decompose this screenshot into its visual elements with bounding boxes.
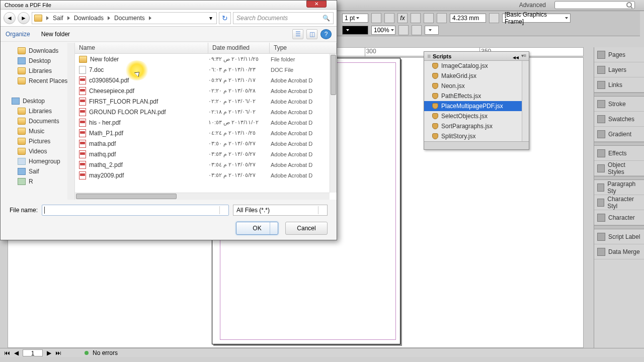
file-filter-dropdown[interactable]: All Files (*.*): [233, 205, 328, 216]
fx-button[interactable]: fx: [397, 13, 408, 23]
panel-minimize-icon[interactable]: ◂◂: [513, 54, 519, 61]
tree-item[interactable]: [1, 86, 74, 96]
file-row[interactable]: GROUND FLOOR PLAN.pdf٢٠١٣/٠٦/٠٢ م ٠٢:١٨A…: [75, 107, 330, 117]
dock-panel-character[interactable]: Character: [594, 210, 644, 225]
file-row[interactable]: Cheesepiece.pdf٢٠١٣/٠٥/٢٨ م ٠٢:٢٠Adobe A…: [75, 85, 330, 96]
object-style-dropdown[interactable]: [Basic Graphics Frame]: [502, 14, 571, 23]
ok-button[interactable]: OK: [236, 222, 278, 235]
file-row[interactable]: c03908504.pdf٢٠١٣/١٠/١٧ م ٠٥:٢٧Adobe Acr…: [75, 75, 330, 85]
tree-scrollbar[interactable]: [67, 43, 74, 200]
ctrl-btn-4[interactable]: [489, 13, 499, 23]
tree-item[interactable]: Pictures: [1, 136, 74, 146]
dock-panel-data-merge[interactable]: Data Merge: [594, 244, 644, 259]
scripts-scrollbar[interactable]: [522, 61, 529, 141]
tree-item[interactable]: Desktop: [1, 56, 74, 66]
tree-item[interactable]: Desktop: [1, 96, 74, 106]
refresh-button[interactable]: ↻: [219, 12, 231, 24]
tree-item[interactable]: Libraries: [1, 66, 74, 76]
tree-item[interactable]: Recent Places: [1, 76, 74, 86]
crumb-documents[interactable]: Documents: [112, 15, 147, 22]
file-list[interactable]: Name Date modified Type New folder٢٠١٣/١…: [75, 43, 337, 200]
file-row[interactable]: mathq_2.pdf٢٠١٣/٠٥/٢٧ م ٠٣:٥٤Adobe Acrob…: [75, 159, 330, 170]
ok-split-icon[interactable]: [270, 222, 278, 234]
tree-item[interactable]: Homegroup: [1, 156, 74, 166]
dock-panel-links[interactable]: Links: [594, 77, 644, 93]
dock-panel-character-styl[interactable]: Character Styl: [594, 195, 644, 210]
new-folder-button[interactable]: New folder: [41, 31, 70, 38]
line-style[interactable]: [425, 26, 439, 35]
dock-panel-swatches[interactable]: Swatches: [594, 112, 644, 127]
folder-tree[interactable]: DownloadsDesktopLibrariesRecent PlacesDe…: [1, 43, 75, 200]
page-number-field[interactable]: 1: [23, 349, 43, 356]
zoom-field[interactable]: 100%: [371, 26, 395, 35]
dock-panel-stroke[interactable]: Stroke: [594, 97, 644, 112]
tree-item[interactable]: Videos: [1, 146, 74, 156]
tree-item[interactable]: Libraries: [1, 106, 74, 116]
list-hscrollbar[interactable]: [75, 193, 330, 200]
file-row[interactable]: Math_P1.pdf٢٠١٣/١٠/٢٥ م ٠٤:٢٤Adobe Acrob…: [75, 128, 330, 138]
file-row[interactable]: FIRST_FLOOR PLAN.pdf٢٠١٣/٠٦/٠٢ م ٠٢:٢٠Ad…: [75, 96, 330, 107]
text-wrap-1[interactable]: [411, 13, 421, 23]
tree-item[interactable]: Downloads: [1, 46, 74, 56]
page-prev-icon[interactable]: ◀: [14, 349, 19, 356]
ctrl-btn-2[interactable]: [384, 13, 394, 23]
text-wrap-3[interactable]: [437, 13, 447, 23]
page-first-icon[interactable]: ⏮: [4, 349, 10, 356]
panel-menu-icon[interactable]: ▾≡: [521, 53, 527, 59]
filename-dropdown-icon[interactable]: [219, 206, 227, 214]
dock-panel-script-label[interactable]: Script Label: [594, 229, 644, 244]
nav-back-button[interactable]: ◄: [4, 12, 16, 24]
align-1[interactable]: [398, 25, 409, 35]
scripts-panel[interactable]: ≡ Scripts ◂◂ ▾≡ ImageCatalog.jsxMakeGrid…: [424, 51, 529, 150]
script-item[interactable]: SelectObjects.jsx: [424, 111, 529, 121]
breadcrumb-dropdown-icon[interactable]: ▾: [207, 15, 214, 22]
dock-panel-layers[interactable]: Layers: [594, 62, 644, 77]
help-button[interactable]: ?: [320, 29, 332, 39]
script-item[interactable]: MakeGrid.jsx: [424, 71, 529, 81]
dock-panel-object-styles[interactable]: Object Styles: [594, 161, 644, 176]
script-item[interactable]: PathEffects.jsx: [424, 91, 529, 101]
dock-panel-effects[interactable]: Effects: [594, 146, 644, 161]
script-item[interactable]: PlaceMultipagePDF.jsx: [424, 101, 529, 111]
file-row[interactable]: his - her.pdf٢٠١٣/١١/٠٢ ص ١٠:٥٣Adobe Acr…: [75, 117, 330, 128]
col-type-header[interactable]: Type: [270, 43, 337, 53]
tree-item[interactable]: Documents: [1, 116, 74, 126]
measure-field[interactable]: 4.233 mm: [450, 14, 486, 23]
nav-forward-button[interactable]: ►: [18, 12, 30, 24]
cancel-button[interactable]: Cancel: [285, 222, 328, 235]
app-search-input[interactable]: [554, 1, 635, 9]
view-mode-button[interactable]: ☰: [292, 29, 303, 39]
align-2[interactable]: [412, 25, 422, 35]
crumb-downloads[interactable]: Downloads: [72, 15, 106, 22]
script-item[interactable]: SortParagraphs.jsx: [424, 121, 529, 131]
col-name-header[interactable]: Name: [75, 43, 208, 53]
script-item[interactable]: SplitStory.jsx: [424, 131, 529, 141]
breadcrumb[interactable]: Saif Downloads Documents ▾: [32, 12, 217, 24]
script-item[interactable]: Neon.jsx: [424, 81, 529, 91]
file-row[interactable]: New folder٢٠١٣/١١/٢٥ ص ٠٩:٣٢File folder: [75, 54, 330, 64]
col-date-header[interactable]: Date modified: [208, 43, 270, 53]
preflight-status[interactable]: No errors: [93, 349, 118, 356]
filename-input[interactable]: [42, 205, 229, 216]
file-row[interactable]: mathq.pdf٢٠١٣/٠٥/٢٧ م ٠٣:٥٣Adobe Acrobat…: [75, 149, 330, 159]
file-row[interactable]: matha.pdf٢٠١٣/٠٥/٢٧ م ٠٣:٥٠Adobe Acrobat…: [75, 138, 330, 149]
dock-panel-paragraph-sty[interactable]: Paragraph Sty: [594, 180, 644, 195]
dock-panel-pages[interactable]: Pages: [594, 47, 644, 62]
dialog-search-input[interactable]: Search Documents 🔍: [233, 12, 334, 24]
dialog-close-button[interactable]: ✕: [306, 1, 327, 8]
dock-panel-gradient[interactable]: Gradient: [594, 127, 644, 142]
page-next-icon[interactable]: ▶: [47, 349, 51, 356]
tree-item[interactable]: Music: [1, 126, 74, 136]
file-row[interactable]: may2009.pdf٢٠١٣/٠٥/٢٧ م ٠٣:٥٢Adobe Acrob…: [75, 170, 330, 180]
organize-button[interactable]: Organize: [6, 31, 32, 38]
tree-item[interactable]: R: [1, 176, 74, 187]
file-row[interactable]: 7.doc٢٠١٣/١٠/٢٣ م ٠٦:٠٣DOC File: [75, 64, 330, 75]
script-item[interactable]: ImageCatalog.jsx: [424, 61, 529, 71]
text-wrap-2[interactable]: [424, 13, 434, 23]
tree-item[interactable]: Saif: [1, 166, 74, 176]
preview-pane-button[interactable]: ◫: [306, 29, 317, 39]
stroke-weight-field[interactable]: 1 pt: [342, 14, 368, 23]
fill-swatch[interactable]: [342, 26, 368, 35]
crumb-saif[interactable]: Saif: [51, 15, 65, 22]
page-last-icon[interactable]: ⏭: [55, 349, 61, 356]
